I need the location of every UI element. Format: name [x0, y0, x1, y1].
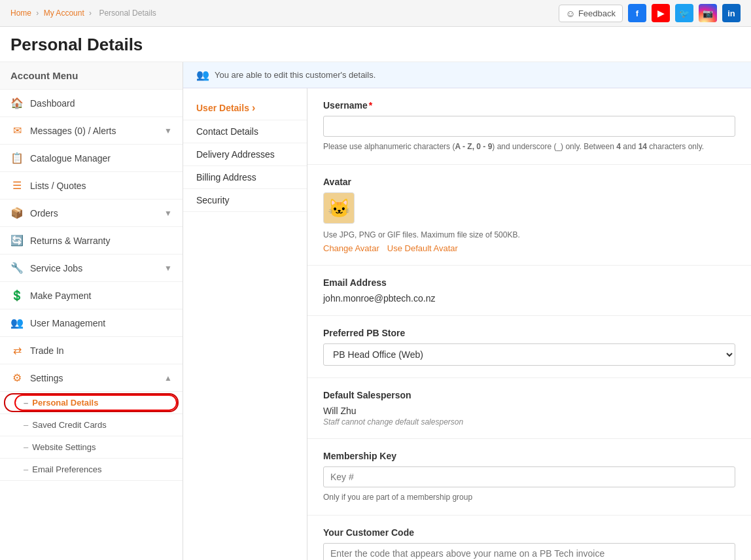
sidebar-item-lists[interactable]: ☰ Lists / Quotes: [0, 172, 183, 200]
payment-icon: 💲: [10, 289, 24, 302]
salesperson-name: Will Zhu: [323, 406, 735, 416]
sub-nav-security[interactable]: Security: [183, 189, 307, 212]
sidebar-label-lists: Lists / Quotes: [30, 181, 172, 191]
breadcrumb: Home › My Account › Personal Details: [10, 9, 159, 18]
service-chevron-icon: ▼: [164, 264, 172, 273]
sidebar-item-catalogue[interactable]: 📋 Catalogue Manager: [0, 145, 183, 172]
preferred-store-section: Preferred PB Store PB Head Office (Web) …: [307, 316, 751, 378]
notice-bar: 👥 You are able to edit this customer's d…: [183, 62, 751, 88]
main-content: 👥 You are able to edit this customer's d…: [183, 62, 751, 560]
form-panel: Username* Please use alphanumeric charac…: [307, 88, 751, 560]
preferred-store-label: Preferred PB Store: [323, 328, 735, 338]
sidebar-label-orders: Orders: [30, 208, 158, 219]
customer-code-section: Your Customer Code Only if you have an e…: [307, 516, 751, 560]
dash-icon-4: –: [24, 464, 28, 474]
membership-key-input[interactable]: [323, 466, 735, 487]
linkedin-icon[interactable]: in: [722, 4, 741, 22]
settings-icon: ⚙: [10, 372, 24, 384]
sidebar-item-dashboard[interactable]: 🏠 Dashboard: [0, 90, 183, 117]
dash-icon-3: –: [24, 442, 28, 452]
notice-icon: 👥: [196, 69, 209, 81]
facebook-icon[interactable]: f: [628, 4, 646, 22]
dash-icon: –: [24, 398, 28, 408]
sidebar-item-users[interactable]: 👥 User Management: [0, 309, 183, 337]
avatar-label: Avatar: [323, 177, 735, 187]
sidebar-item-tradein[interactable]: ⇄ Trade In: [0, 337, 183, 364]
sub-item-email-preferences[interactable]: – Email Preferences: [0, 459, 183, 481]
sub-item-saved-credit-cards[interactable]: – Saved Credit Cards: [0, 414, 183, 436]
email-section: Email Address john.monroe@pbtech.co.nz: [307, 266, 751, 316]
page-header: Personal Details: [0, 27, 751, 62]
sub-item-label-personal-details: Personal Details: [32, 398, 98, 408]
sub-item-personal-details[interactable]: – Personal Details: [0, 392, 183, 414]
sub-nav-billing-address[interactable]: Billing Address: [183, 166, 307, 189]
sidebar-item-settings[interactable]: ⚙ Settings ▲: [0, 364, 183, 392]
use-default-avatar-link[interactable]: Use Default Avatar: [387, 243, 458, 253]
customer-code-label: Your Customer Code: [323, 527, 735, 538]
sub-item-label-website-settings: Website Settings: [32, 442, 96, 452]
top-bar: Home › My Account › Personal Details Fee…: [0, 0, 751, 27]
customer-code-input[interactable]: [323, 543, 735, 560]
twitter-icon[interactable]: 🐦: [675, 4, 693, 22]
avatar-image: 🐱: [323, 192, 355, 224]
salesperson-section: Default Salesperson Will Zhu Staff canno…: [307, 378, 751, 439]
sidebar-label-service: Service Jobs: [30, 263, 158, 273]
sub-nav-delivery-addresses[interactable]: Delivery Addresses: [183, 143, 307, 166]
page-title: Personal Details: [10, 35, 741, 55]
youtube-icon[interactable]: ▶: [652, 4, 670, 22]
catalogue-icon: 📋: [10, 152, 24, 164]
orders-chevron-icon: ▼: [164, 209, 172, 218]
notice-text: You are able to edit this customer's det…: [215, 70, 376, 80]
avatar-hint: Use JPG, PNG or GIF files. Maximum file …: [323, 229, 735, 241]
avatar-emoji: 🐱: [328, 198, 351, 219]
avatar-section: Avatar 🐱 Use JPG, PNG or GIF files. Maxi…: [307, 165, 751, 266]
chevron-down-icon: ▼: [164, 126, 172, 135]
email-label: Email Address: [323, 277, 735, 288]
sub-item-label-saved-credit-cards: Saved Credit Cards: [32, 420, 106, 430]
username-input[interactable]: [323, 116, 735, 137]
sidebar-item-payment[interactable]: 💲 Make Payment: [0, 282, 183, 309]
membership-key-label: Membership Key: [323, 451, 735, 461]
salesperson-note: Staff cannot change default salesperson: [323, 417, 735, 427]
sub-item-label-email-preferences: Email Preferences: [32, 464, 101, 474]
preferred-store-select[interactable]: PB Head Office (Web) PB Albany PB Botany…: [323, 343, 735, 366]
sidebar-item-orders[interactable]: 📦 Orders ▼: [0, 200, 183, 227]
layout: Account Menu 🏠 Dashboard ✉ Messages (0) …: [0, 62, 751, 560]
required-star: *: [369, 100, 372, 111]
instagram-icon[interactable]: 📷: [699, 4, 717, 22]
sub-item-website-settings[interactable]: – Website Settings: [0, 436, 183, 459]
breadcrumb-my-account[interactable]: My Account: [44, 9, 84, 18]
sidebar-label-returns: Returns & Warranty: [30, 236, 172, 246]
sidebar-item-service[interactable]: 🔧 Service Jobs ▼: [0, 254, 183, 282]
sidebar-label-settings: Settings: [30, 373, 158, 383]
sub-nav-user-details[interactable]: User Details: [183, 96, 307, 120]
feedback-button[interactable]: Feedback: [559, 5, 623, 22]
sidebar-label-catalogue: Catalogue Manager: [30, 153, 172, 164]
sidebar-label-dashboard: Dashboard: [30, 98, 172, 109]
change-avatar-link[interactable]: Change Avatar: [323, 243, 379, 253]
dash-icon-2: –: [24, 420, 28, 430]
sidebar-item-messages[interactable]: ✉ Messages (0) / Alerts ▼: [0, 117, 183, 145]
membership-key-hint: Only if you are part of a membership gro…: [323, 491, 735, 503]
breadcrumb-current: Personal Details: [99, 9, 156, 18]
service-icon: 🔧: [10, 262, 24, 274]
orders-icon: 📦: [10, 207, 24, 219]
sidebar-label-messages: Messages (0) / Alerts: [30, 126, 158, 136]
dashboard-icon: 🏠: [10, 97, 24, 109]
breadcrumb-home[interactable]: Home: [10, 9, 31, 18]
top-right-actions: Feedback f ▶ 🐦 📷 in: [559, 4, 741, 22]
lists-icon: ☰: [10, 179, 24, 192]
email-value: john.monroe@pbtech.co.nz: [323, 293, 735, 304]
sidebar-item-returns[interactable]: 🔄 Returns & Warranty: [0, 227, 183, 254]
messages-icon: ✉: [10, 124, 24, 137]
tradein-icon: ⇄: [10, 344, 24, 357]
settings-chevron-icon: ▲: [164, 374, 172, 383]
sidebar-label-users: User Management: [30, 318, 172, 328]
sub-nav-contact-details[interactable]: Contact Details: [183, 120, 307, 143]
salesperson-label: Default Salesperson: [323, 390, 735, 400]
sub-nav: User Details Contact Details Delivery Ad…: [183, 88, 307, 560]
username-hint: Please use alphanumeric characters (A - …: [323, 141, 735, 152]
sidebar-label-payment: Make Payment: [30, 290, 172, 301]
sidebar-label-tradein: Trade In: [30, 345, 172, 356]
membership-key-section: Membership Key Only if you are part of a…: [307, 439, 751, 516]
